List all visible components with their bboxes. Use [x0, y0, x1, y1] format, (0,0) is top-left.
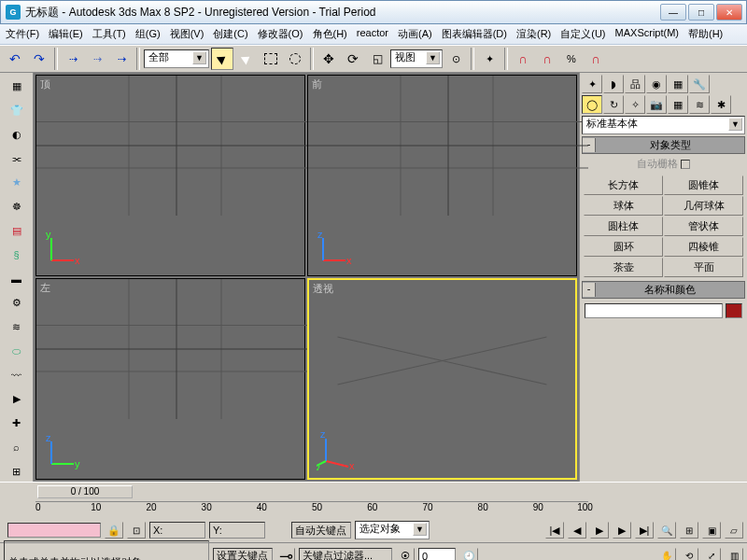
- nav-minmax-button[interactable]: ⤢: [702, 548, 721, 561]
- key-mode-button[interactable]: ⦿: [396, 548, 415, 561]
- autokey-button[interactable]: 自动关键点: [291, 522, 351, 539]
- autogrid-check[interactable]: 自动栅格: [582, 156, 745, 172]
- subtab-spacewarps[interactable]: ≋: [689, 95, 710, 114]
- move-button[interactable]: [317, 48, 340, 70]
- goto-end-button[interactable]: [635, 522, 654, 539]
- menu-customize[interactable]: 自定义(U): [560, 27, 605, 41]
- reactor-star-icon[interactable]: ★: [4, 173, 30, 193]
- rect-region-button[interactable]: [260, 48, 282, 70]
- viewport-front[interactable]: 前 xz: [307, 75, 577, 276]
- reactor-cloth-icon[interactable]: 👕: [4, 101, 30, 121]
- undo-button[interactable]: [4, 48, 26, 70]
- time-ruler[interactable]: 0 10 20 30 40 50 60 70 80 90 100: [35, 501, 588, 518]
- subtab-cameras[interactable]: 📷: [646, 95, 667, 114]
- angle-snap-button[interactable]: [536, 48, 558, 70]
- btn-box[interactable]: 长方体: [584, 175, 663, 195]
- link-button[interactable]: [62, 48, 84, 70]
- x-field[interactable]: X:: [149, 522, 205, 539]
- menu-animation[interactable]: 动画(A): [398, 27, 432, 41]
- circ-region-button[interactable]: [284, 48, 306, 70]
- tab-modify[interactable]: ◗: [603, 75, 624, 93]
- object-color-swatch[interactable]: [726, 303, 742, 318]
- viewport-left[interactable]: 左 yz: [35, 278, 305, 480]
- menu-tools[interactable]: 工具(T): [92, 27, 126, 41]
- viewport-perspective[interactable]: 透视 x z y: [307, 278, 577, 480]
- nav-orbit-button[interactable]: ⟲: [680, 548, 698, 561]
- reactor-util-icon[interactable]: ⊞: [4, 461, 30, 482]
- nav-extra-button[interactable]: ▥: [725, 548, 743, 561]
- nav-fov-button[interactable]: ▱: [725, 522, 743, 539]
- btn-torus[interactable]: 圆环: [584, 237, 663, 257]
- key-target-combo[interactable]: 选定对象: [355, 521, 430, 539]
- snap-button[interactable]: [512, 48, 534, 70]
- play-button[interactable]: [590, 522, 609, 539]
- btn-pyramid[interactable]: 四棱锥: [664, 237, 743, 257]
- redo-button[interactable]: [28, 48, 50, 70]
- btn-cone[interactable]: 圆锥体: [664, 175, 743, 195]
- reactor-plane-icon[interactable]: ▬: [4, 269, 30, 289]
- pivot-button[interactable]: ⊙: [444, 48, 467, 70]
- btn-cylinder[interactable]: 圆柱体: [584, 217, 663, 236]
- reactor-spring-icon[interactable]: §: [4, 245, 30, 265]
- nav-region-button[interactable]: ▣: [702, 522, 721, 539]
- nav-zoom-button[interactable]: 🔍: [657, 522, 676, 539]
- menu-edit[interactable]: 编辑(E): [49, 27, 83, 41]
- nav-zoomall-button[interactable]: ⊞: [680, 522, 698, 539]
- menu-grapheditors[interactable]: 图表编辑器(D): [442, 27, 507, 41]
- btn-teapot[interactable]: 茶壶: [584, 258, 663, 277]
- reactor-create-icon[interactable]: ✚: [4, 413, 30, 434]
- viewport-top[interactable]: 顶 xy: [35, 75, 305, 276]
- tab-hierarchy[interactable]: 品: [625, 75, 645, 93]
- scale-button[interactable]: [366, 48, 388, 70]
- menu-views[interactable]: 视图(V): [170, 27, 204, 41]
- key-filters-button[interactable]: 关键点过滤器...: [299, 548, 392, 561]
- reactor-water-icon[interactable]: ⬭: [4, 341, 30, 361]
- reactor-analyze-icon[interactable]: ⌕: [4, 437, 30, 457]
- subtab-helpers[interactable]: ▦: [668, 95, 688, 114]
- reactor-wind-icon[interactable]: ≋: [4, 317, 30, 338]
- reactor-cube-icon[interactable]: ▦: [4, 77, 30, 97]
- rollout-name-color[interactable]: - 名称和颜色: [582, 281, 745, 299]
- select-by-name-button[interactable]: [235, 48, 258, 70]
- menu-rendering[interactable]: 渲染(R): [516, 27, 551, 41]
- nav-pan-button[interactable]: ✋: [657, 548, 676, 561]
- next-frame-button[interactable]: [613, 522, 631, 539]
- reactor-car-icon[interactable]: ▤: [4, 221, 30, 242]
- rollout-object-type[interactable]: - 对象类型: [582, 136, 745, 154]
- btn-plane[interactable]: 平面: [664, 258, 743, 277]
- time-slider[interactable]: 0 / 100: [37, 485, 133, 498]
- y-field[interactable]: Y:: [209, 522, 265, 539]
- bind-button[interactable]: [110, 48, 133, 70]
- reactor-ball-icon[interactable]: ◐: [4, 125, 30, 146]
- key-big-button[interactable]: [276, 548, 295, 561]
- menu-help[interactable]: 帮助(H): [688, 27, 723, 41]
- maximize-button[interactable]: □: [688, 4, 714, 21]
- subtab-lights[interactable]: ✧: [625, 95, 645, 114]
- tab-utilities[interactable]: 🔧: [689, 75, 710, 93]
- subtab-systems[interactable]: ✱: [711, 95, 731, 114]
- listener-mini[interactable]: [7, 523, 101, 538]
- btn-sphere[interactable]: 球体: [584, 196, 663, 216]
- menu-maxscript[interactable]: MAXScript(M): [615, 27, 679, 41]
- tab-display[interactable]: ▦: [668, 75, 688, 93]
- menu-reactor[interactable]: reactor: [357, 27, 388, 41]
- btn-geosphere[interactable]: 几何球体: [664, 196, 743, 216]
- time-config-button[interactable]: 🕘: [459, 548, 478, 561]
- percent-snap-button[interactable]: %: [560, 48, 583, 70]
- geometry-category-combo[interactable]: 标准基本体: [582, 116, 745, 134]
- menu-modifiers[interactable]: 修改器(O): [258, 27, 303, 41]
- lock-button[interactable]: [105, 522, 123, 539]
- manip-button[interactable]: ✦: [478, 48, 500, 70]
- reactor-rope-icon[interactable]: 〰: [4, 365, 30, 385]
- menu-character[interactable]: 角色(H): [313, 27, 347, 41]
- menu-file[interactable]: 文件(F): [6, 27, 39, 41]
- reactor-chain-icon[interactable]: ⫘: [4, 148, 30, 169]
- tab-motion[interactable]: ◉: [646, 75, 667, 93]
- menu-create[interactable]: 创建(C): [213, 27, 247, 41]
- close-button[interactable]: ✕: [716, 4, 742, 21]
- menu-group[interactable]: 组(G): [135, 27, 161, 41]
- abs-rel-button[interactable]: ⊡: [127, 522, 146, 539]
- ref-coord-combo[interactable]: 视图: [390, 49, 443, 68]
- spinner-snap-button[interactable]: [585, 48, 607, 70]
- minimize-button[interactable]: —: [660, 4, 686, 21]
